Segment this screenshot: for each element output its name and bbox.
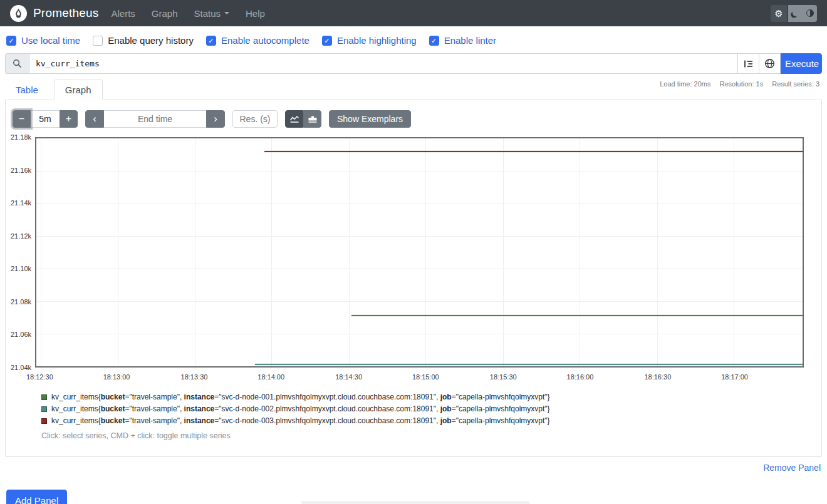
execute-button[interactable]: Execute bbox=[781, 53, 822, 74]
zoom-in-plus-icon[interactable]: + bbox=[60, 110, 78, 128]
legend-item[interactable]: kv_curr_items{bucket="travel-sample", in… bbox=[41, 416, 816, 425]
nav-items: AlertsGraphStatusHelp bbox=[111, 8, 281, 19]
y-gridline bbox=[36, 334, 803, 334]
y-gridline bbox=[36, 171, 803, 172]
y-gridline bbox=[36, 301, 803, 302]
x-gridline bbox=[195, 138, 195, 366]
legend-hint: Click: select series, CMD + click: toggl… bbox=[41, 431, 816, 440]
y-tick-label: 21.08k bbox=[11, 298, 31, 306]
x-tick-label: 18:16:30 bbox=[644, 373, 671, 381]
query-input[interactable] bbox=[29, 53, 738, 74]
chart-series-line bbox=[255, 364, 803, 365]
end-time-input[interactable] bbox=[104, 110, 206, 128]
plot-area[interactable] bbox=[35, 137, 804, 368]
x-tick-label: 18:14:30 bbox=[335, 373, 362, 381]
nav-item-alerts[interactable]: Alerts bbox=[111, 8, 135, 19]
graph-controls: − + ‹ › Show Exemplars bbox=[13, 110, 816, 128]
prometheus-torch-icon bbox=[10, 5, 27, 22]
x-tick-label: 18:14:00 bbox=[257, 373, 284, 381]
legend-list: kv_curr_items{bucket="travel-sample", in… bbox=[41, 393, 816, 425]
zoom-out-minus-icon[interactable]: − bbox=[13, 110, 31, 128]
tab-table[interactable]: Table bbox=[5, 80, 49, 100]
option-enable-linter[interactable]: ✓Enable linter bbox=[429, 35, 496, 46]
chevron-right-icon[interactable]: › bbox=[206, 110, 225, 128]
dark-theme-moon-icon[interactable] bbox=[788, 5, 803, 22]
legend-swatch-icon bbox=[41, 394, 47, 400]
stat-result-series: Result series: 3 bbox=[772, 80, 819, 88]
x-gridline bbox=[425, 138, 426, 366]
option-use-local-time[interactable]: ✓Use local time bbox=[6, 35, 80, 46]
query-bar: Execute bbox=[5, 53, 822, 74]
option-label: Use local time bbox=[21, 35, 80, 46]
y-tick-label: 21.18k bbox=[11, 133, 31, 141]
query-stats: Load time: 20ms Resolution: 1s Result se… bbox=[660, 80, 819, 88]
x-gridline bbox=[271, 138, 272, 366]
show-exemplars-button[interactable]: Show Exemplars bbox=[329, 110, 411, 128]
resolution-input[interactable] bbox=[232, 110, 278, 128]
checkbox-icon[interactable]: ✓ bbox=[206, 36, 216, 46]
legend-label: kv_curr_items{bucket="travel-sample", in… bbox=[51, 393, 550, 401]
time-control: ‹ › bbox=[85, 110, 225, 128]
x-gridline bbox=[580, 138, 580, 366]
chart-series-line bbox=[264, 151, 803, 152]
option-label: Enable query history bbox=[108, 35, 194, 46]
legend-swatch-icon bbox=[41, 418, 47, 424]
checkbox-icon[interactable]: ✓ bbox=[322, 36, 332, 46]
remove-panel-link[interactable]: Remove Panel bbox=[763, 463, 821, 473]
x-axis: 18:12:3018:13:0018:13:3018:14:0018:14:30… bbox=[35, 373, 804, 383]
graph-panel: − + ‹ › Show Exemplars 21.18k21.16k21.14… bbox=[5, 100, 822, 457]
x-tick-label: 18:15:00 bbox=[412, 373, 439, 381]
option-label: Enable autocomplete bbox=[221, 35, 309, 46]
nav-item-help[interactable]: Help bbox=[246, 8, 265, 19]
format-expression-icon[interactable] bbox=[738, 53, 759, 74]
stat-load-time: Load time: 20ms bbox=[660, 80, 710, 88]
tab-graph[interactable]: Graph bbox=[54, 80, 103, 100]
x-gridline bbox=[503, 138, 504, 366]
navbar: Prometheus AlertsGraphStatusHelp ⚙ bbox=[0, 0, 827, 26]
option-enable-autocomplete[interactable]: ✓Enable autocomplete bbox=[206, 35, 309, 46]
add-panel-button[interactable]: Add Panel bbox=[6, 490, 67, 504]
chart-series-line bbox=[351, 315, 803, 316]
panel-footer: Remove Panel bbox=[0, 462, 821, 473]
checkbox-icon[interactable] bbox=[93, 36, 103, 46]
legend-item[interactable]: kv_curr_items{bucket="travel-sample", in… bbox=[41, 393, 816, 401]
chart-area: 21.18k21.16k21.14k21.12k21.10k21.08k21.0… bbox=[11, 132, 816, 384]
options-row: ✓Use local timeEnable query history✓Enab… bbox=[0, 26, 827, 53]
legend-label: kv_curr_items{bucket="travel-sample", in… bbox=[51, 404, 550, 413]
settings-gear-icon[interactable]: ⚙ bbox=[771, 5, 787, 22]
legend-item[interactable]: kv_curr_items{bucket="travel-sample", in… bbox=[41, 404, 816, 413]
chevron-left-icon[interactable]: ‹ bbox=[85, 110, 104, 128]
auto-theme-contrast-icon[interactable] bbox=[803, 5, 817, 22]
y-gridline bbox=[36, 203, 803, 204]
home-indicator-bar bbox=[301, 501, 529, 504]
y-tick-label: 21.04k bbox=[11, 364, 31, 371]
y-tick-label: 21.06k bbox=[11, 331, 31, 338]
metrics-explorer-globe-icon[interactable] bbox=[759, 53, 781, 74]
y-gridline bbox=[36, 236, 803, 237]
y-gridline bbox=[36, 269, 803, 269]
nav-item-status[interactable]: Status bbox=[194, 8, 230, 19]
navbar-actions: ⚙ bbox=[771, 5, 817, 22]
brand-title: Prometheus bbox=[33, 6, 98, 20]
brand[interactable]: Prometheus bbox=[10, 5, 98, 22]
option-label: Enable highlighting bbox=[337, 35, 417, 46]
duration-input[interactable] bbox=[31, 110, 60, 128]
x-tick-label: 18:15:30 bbox=[490, 373, 517, 381]
option-enable-query-history[interactable]: Enable query history bbox=[93, 35, 194, 46]
checkbox-icon[interactable]: ✓ bbox=[6, 36, 16, 46]
stat-resolution: Resolution: 1s bbox=[719, 80, 763, 88]
chart-type-toggle bbox=[285, 110, 321, 128]
checkbox-icon[interactable]: ✓ bbox=[429, 36, 439, 46]
nav-item-graph[interactable]: Graph bbox=[152, 8, 178, 19]
stacked-chart-icon[interactable] bbox=[303, 110, 321, 128]
option-enable-highlighting[interactable]: ✓Enable highlighting bbox=[322, 35, 417, 46]
x-gridline bbox=[734, 138, 734, 366]
x-tick-label: 18:12:30 bbox=[26, 373, 53, 381]
y-tick-label: 21.12k bbox=[11, 232, 31, 240]
y-axis: 21.18k21.16k21.14k21.12k21.10k21.08k21.0… bbox=[11, 137, 32, 368]
x-tick-label: 18:17:00 bbox=[721, 373, 748, 381]
line-chart-icon[interactable] bbox=[285, 110, 303, 128]
x-gridline bbox=[657, 138, 658, 366]
legend-swatch-icon bbox=[41, 406, 47, 412]
theme-toggle-group bbox=[788, 5, 817, 22]
